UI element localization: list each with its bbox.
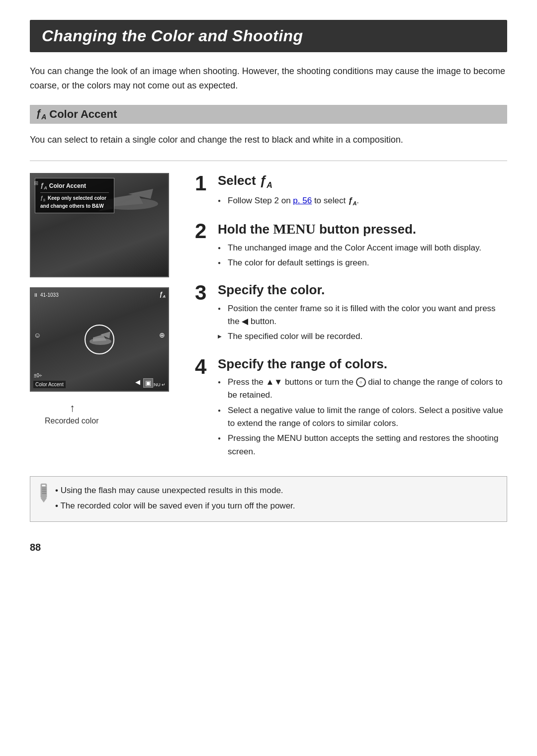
screen2-top-bar: ⏸ 41-1033 ƒA [33,291,166,299]
color-accent-icon: ƒA [36,108,46,121]
step-3-title: Specify the color. [218,282,507,298]
menu-title: ƒA Color Accent [40,181,109,190]
step-4-bullet-1: Press the ▲▼ buttons or turn the ○ dial … [218,376,507,402]
svg-marker-8 [41,498,47,503]
step-4-content: Specify the range of colors. Press the ▲… [218,356,507,460]
step-2-bullet-2: The color for default settings is green. [218,256,507,269]
step-4-bullet-3: Pressing the MENU button accepts the set… [218,432,507,458]
step-2-bullet-1: The unchanged image and the Color Accent… [218,242,507,254]
right-column: 1 Select ƒA Follow Step 2 on p. 56 to se… [195,173,507,460]
camera-screen-2: ⏸ 41-1033 ƒA ☺ ⊕ [30,287,169,392]
main-content: ƒA Color Accent ƒS Keep only selected co… [30,173,507,460]
note-item-1: Using the flash may cause unexpected res… [55,484,498,497]
section-heading: ƒA Color Accent [30,105,507,124]
step-2-number: 2 [195,221,210,242]
recorded-color-arrow: ↑ [70,402,75,415]
step-3: 3 Specify the color. Position the center… [195,282,507,345]
menu-font-4: MENU [277,433,302,443]
step-1: 1 Select ƒA Follow Step 2 on p. 56 to se… [195,173,507,210]
recorded-color-section: ↑ Recorded color [30,402,179,425]
screen2-right-icon: ⊕ [159,330,165,340]
page-number: 88 [30,542,507,553]
menu-item-selected: ƒS Keep only selected color and change o… [40,195,109,210]
step-1-content: Select ƒA Follow Step 2 on p. 56 to sele… [218,173,507,210]
step-2: 2 Hold the MENU button pressed. The unch… [195,221,507,271]
screen2-background: ⏸ 41-1033 ƒA ☺ ⊕ [31,288,168,391]
note-box: Using the flash may cause unexpected res… [30,476,507,522]
screen1-background: ƒA Color Accent ƒS Keep only selected co… [31,174,168,276]
dial-icon: ○ [356,377,366,387]
recorded-color-label: Recorded color [45,417,99,425]
step-2-content: Hold the MENU button pressed. The unchan… [218,221,507,271]
section-title: Color Accent [49,108,117,121]
screen2-exposure: ±0÷ [34,369,42,380]
step-3-bullet-2: The specified color will be recorded. [218,330,507,343]
step-3-content: Specify the color. Position the center f… [218,282,507,345]
menu-font-2: MENU [273,221,316,237]
step-4-bullet-2: Select a negative value to limit the ran… [218,404,507,430]
center-frame [85,325,114,354]
step-4-number: 4 [195,356,210,377]
note-pencil-icon [35,483,51,503]
intro-paragraph: You can change the look of an image when… [30,64,507,93]
title-bar: Changing the Color and Shooting [30,20,507,52]
step-3-bullets: Position the center frame so it is fille… [218,302,507,343]
link-p56[interactable]: p. 56 [293,196,312,205]
screen2-top-left-icons: ⏸ 41-1033 [33,292,59,298]
step-4: 4 Specify the range of colors. Press the… [195,356,507,460]
step-2-bullets: The unchanged image and the Color Accent… [218,242,507,270]
camera-screen-1: ƒA Color Accent ƒS Keep only selected co… [30,173,169,277]
left-column: ƒA Color Accent ƒS Keep only selected co… [30,173,179,460]
step-3-number: 3 [195,282,210,303]
step-1-bullet-1: Follow Step 2 on p. 56 to select ƒA. [218,194,507,208]
note-item-2: The recorded color will be saved even if… [55,499,498,512]
step-3-bullet-1: Position the center frame so it is fille… [218,302,507,329]
screen2-left-icon: ☺ [34,330,41,340]
screen2-nav-icons: ◀ ▣ [135,378,153,388]
svg-rect-9 [42,485,45,486]
menu-overlay: ƒA Color Accent ƒS Keep only selected co… [35,178,114,213]
step-1-bullets: Follow Step 2 on p. 56 to select ƒA. [218,194,507,208]
airplane-in-frame [86,326,115,355]
step-2-title: Hold the MENU button pressed. [218,221,507,238]
screen2-top-right-icons: ƒA [160,291,166,299]
step-1-title: Select ƒA [218,173,507,190]
step-1-number: 1 [195,173,210,194]
step-4-title: Specify the range of colors. [218,356,507,372]
step-4-bullets: Press the ▲▼ buttons or turn the ○ dial … [218,376,507,458]
screen2-label: Color Accent [33,381,66,388]
divider [30,161,507,161]
step-1-icon: ƒA [260,173,272,188]
page-title: Changing the Color and Shooting [42,27,495,45]
section-description: You can select to retain a single color … [30,133,507,147]
screen1-top-icons: ⊞ [34,177,38,187]
